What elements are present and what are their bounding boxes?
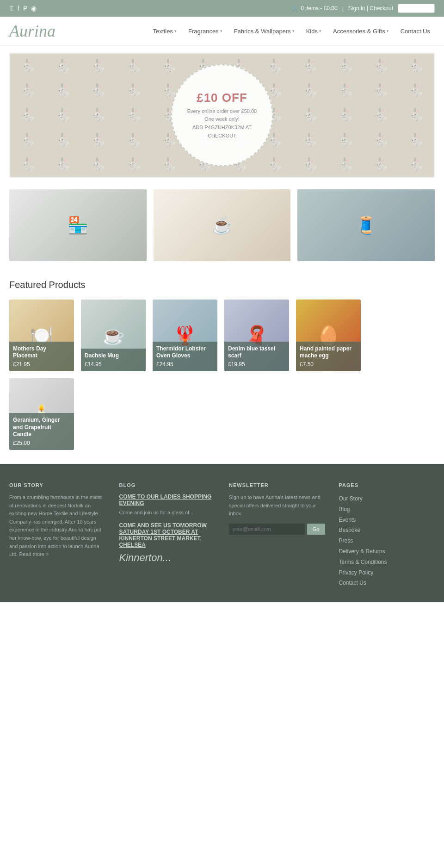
footer-link-terms[interactable]: Terms & Conditions — [339, 557, 435, 568]
chevron-down-icon: ▾ — [220, 29, 222, 33]
footer-our-story-text: From a crumbling farmhouse in the midst … — [9, 493, 105, 559]
chevron-down-icon: ▾ — [319, 29, 321, 33]
footer-pages: PAGES Our Story Blog Events Bespoke Pres… — [339, 482, 435, 588]
top-links: Sign in | Checkout — [348, 5, 393, 12]
products-grid-row2: 🕯️ Geranium, Ginger and Grapefruit Candl… — [9, 378, 435, 450]
product-price: £24.95 — [156, 361, 214, 368]
product-price: £21.95 — [13, 361, 70, 368]
footer-link-privacy[interactable]: Privacy Policy — [339, 568, 435, 578]
hero-offer-details: Every online order over £50.00 One week … — [181, 107, 263, 140]
newsletter-submit-button[interactable]: Go — [307, 524, 325, 535]
product-name: Denim blue tassel scarf — [228, 345, 285, 360]
top-right: 🛒 0 items - £0.00 | Sign in | Checkout — [292, 4, 435, 13]
footer-link-blog[interactable]: Blog — [339, 504, 435, 515]
footer-link-delivery[interactable]: Delivery & Returns — [339, 546, 435, 557]
logo[interactable]: Aurina — [9, 21, 56, 41]
newsletter-email-input[interactable] — [229, 524, 305, 535]
product-price: £25.00 — [13, 440, 70, 446]
product-card[interactable]: 🧣 Denim blue tassel scarf £19.95 — [224, 300, 289, 371]
main-nav: Textiles ▾ Fragrances ▾ Fabrics & Wallpa… — [148, 25, 435, 37]
product-price: £7.50 — [300, 361, 357, 368]
kinnerton-text: Kinnerton... — [119, 552, 216, 564]
cart-icon: 🛒 — [292, 5, 299, 12]
footer-link-contact[interactable]: Contact Us — [339, 578, 435, 588]
product-name: Thermidor Lobster Oven Gloves — [156, 345, 214, 360]
product-image: 🥚 Hand painted paper mache egg £7.50 — [296, 300, 361, 371]
featured-title: Featured Products — [9, 280, 435, 290]
checkout-link[interactable]: Checkout — [370, 5, 393, 12]
footer-link-our-story[interactable]: Our Story — [339, 493, 435, 504]
blog-post-excerpt-1: Come and join us for a glass of... — [119, 509, 216, 517]
footer-our-story-title: OUR STORY — [9, 482, 105, 488]
featured-section: Featured Products 🍽️ Mothers Day Placema… — [0, 270, 444, 464]
header: Aurina Textiles ▾ Fragrances ▾ Fabrics &… — [0, 17, 444, 46]
pinterest-icon[interactable]: P — [23, 5, 27, 12]
products-grid: 🍽️ Mothers Day Placemat £21.95 ☕ Dachsie… — [9, 300, 435, 371]
hero-wrapper: 🐇🐇🐇🐇🐇🐇🐇🐇🐇🐇🐇🐇 🐇🐇🐇🐇🐇🐇🐇🐇🐇🐇🐇🐇 🐇🐇🐇🐇🐇🐇🐇🐇🐇🐇🐇🐇 🐇… — [0, 46, 444, 185]
twitter-icon[interactable]: 𝕋 — [9, 5, 14, 12]
promo-row: 🏪 ☕ 🧵 — [0, 185, 444, 270]
cart-text: 0 items - £0.00 — [301, 5, 337, 12]
product-name: Hand painted paper mache egg — [300, 345, 357, 360]
product-image: 🍽️ Mothers Day Placemat £21.95 — [9, 300, 74, 371]
footer-pages-title: PAGES — [339, 482, 435, 488]
product-image: 🦞 Thermidor Lobster Oven Gloves £24.95 — [153, 300, 217, 371]
top-search — [398, 4, 435, 13]
hero-offer-main: £10 OFF — [197, 91, 247, 105]
footer-newsletter-text: Sign up to have Aurina's latest news and… — [229, 493, 325, 518]
sign-in-link[interactable]: Sign in — [348, 5, 365, 12]
footer-grid: OUR STORY From a crumbling farmhouse in … — [9, 482, 435, 588]
footer-blog: BLOG COME TO OUR LADIES SHOPPING EVENING… — [119, 482, 216, 588]
promo-mugs-image[interactable]: ☕ — [154, 189, 291, 261]
hero-banner: 🐇🐇🐇🐇🐇🐇🐇🐇🐇🐇🐇🐇 🐇🐇🐇🐇🐇🐇🐇🐇🐇🐇🐇🐇 🐇🐇🐇🐇🐇🐇🐇🐇🐇🐇🐇🐇 🐇… — [9, 53, 435, 178]
footer-link-bespoke[interactable]: Bespoke — [339, 525, 435, 536]
instagram-icon[interactable]: ◉ — [31, 5, 37, 12]
chevron-down-icon: ▾ — [174, 29, 177, 33]
blog-post-title-2[interactable]: COME AND SEE US TOMORROW SATURDAY 1ST OC… — [119, 522, 216, 548]
product-image: 🧣 Denim blue tassel scarf £19.95 — [224, 300, 289, 371]
product-image: 🕯️ Geranium, Ginger and Grapefruit Candl… — [9, 378, 74, 450]
product-card[interactable]: 🦞 Thermidor Lobster Oven Gloves £24.95 — [153, 300, 217, 371]
promo-shop-image[interactable]: 🏪 — [9, 189, 147, 261]
product-card[interactable]: 🕯️ Geranium, Ginger and Grapefruit Candl… — [9, 378, 74, 450]
promo-fabric-image[interactable]: 🧵 — [297, 189, 435, 261]
product-image: ☕ Dachsie Mug £14.95 — [81, 300, 146, 371]
facebook-icon[interactable]: f — [18, 5, 19, 12]
product-price: £14.95 — [85, 361, 142, 368]
top-bar: 𝕋 f P ◉ 🛒 0 items - £0.00 | Sign in | Ch… — [0, 0, 444, 17]
nav-fragrances[interactable]: Fragrances ▾ — [184, 25, 227, 37]
nav-textiles[interactable]: Textiles ▾ — [148, 25, 181, 37]
newsletter-form: Go — [229, 524, 325, 535]
product-name: Mothers Day Placemat — [13, 345, 70, 360]
separator: | — [342, 5, 344, 12]
product-name: Geranium, Ginger and Grapefruit Candle — [13, 417, 70, 438]
footer-newsletter-title: NEWSLETTER — [229, 482, 325, 488]
nav-kids[interactable]: Kids ▾ — [302, 25, 326, 37]
footer-link-events[interactable]: Events — [339, 515, 435, 525]
nav-accessories[interactable]: Accessories & Gifts ▾ — [328, 25, 394, 37]
footer: OUR STORY From a crumbling farmhouse in … — [0, 464, 444, 602]
footer-blog-title: BLOG — [119, 482, 216, 488]
chevron-down-icon: ▾ — [387, 29, 389, 33]
nav-contact[interactable]: Contact Us — [396, 25, 435, 37]
footer-our-story: OUR STORY From a crumbling farmhouse in … — [9, 482, 105, 588]
product-price: £19.95 — [228, 361, 285, 368]
footer-link-press[interactable]: Press — [339, 536, 435, 546]
product-card[interactable]: ☕ Dachsie Mug £14.95 — [81, 300, 146, 371]
blog-post-title-1[interactable]: COME TO OUR LADIES SHOPPING EVENING — [119, 493, 216, 506]
nav-fabrics[interactable]: Fabrics & Wallpapers ▾ — [229, 25, 299, 37]
product-card[interactable]: 🥚 Hand painted paper mache egg £7.50 — [296, 300, 361, 371]
product-card[interactable]: 🍽️ Mothers Day Placemat £21.95 — [9, 300, 74, 371]
social-icons: 𝕋 f P ◉ — [9, 5, 37, 12]
hero-offer-circle: £10 OFF Every online order over £50.00 O… — [171, 64, 273, 166]
cart-info: 🛒 0 items - £0.00 — [292, 5, 337, 12]
chevron-down-icon: ▾ — [292, 29, 295, 33]
footer-newsletter: NEWSLETTER Sign up to have Aurina's late… — [229, 482, 325, 588]
search-input[interactable] — [398, 4, 435, 13]
product-name: Dachsie Mug — [85, 352, 142, 360]
